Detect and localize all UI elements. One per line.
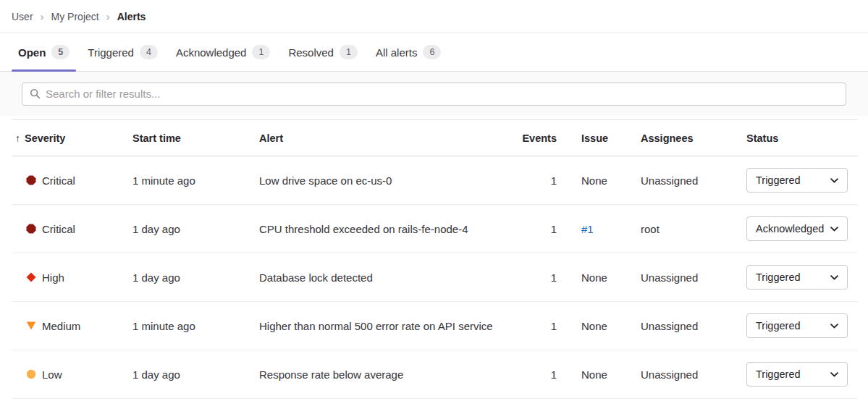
alert-status-tabs: Open 5 Triggered 4 Acknowledged 1 Resolv… — [0, 33, 868, 72]
severity-low-icon — [26, 369, 36, 379]
column-header-issue: Issue — [557, 132, 641, 144]
sort-ascending-icon: ↑ — [15, 132, 20, 144]
alert-row-3[interactable]: High 1 day ago Database lock detected 1 … — [12, 253, 858, 302]
events-cell: 1 — [509, 174, 557, 187]
column-header-status: Status — [746, 132, 858, 144]
chevron-down-icon — [830, 227, 838, 232]
severity-label: Critical — [42, 223, 75, 235]
tab-open[interactable]: Open 5 — [12, 33, 76, 71]
events-cell: 1 — [509, 320, 557, 332]
status-dropdown[interactable]: Triggered — [746, 168, 848, 193]
status-dropdown-label: Triggered — [756, 174, 801, 186]
severity-critical-icon — [26, 175, 36, 185]
alert-title-cell: Response rate below average — [259, 368, 509, 381]
tab-triggered-label: Triggered — [88, 46, 134, 59]
search-bar-section — [0, 72, 868, 116]
search-icon — [30, 88, 41, 99]
assignees-cell: Unassigned — [641, 320, 746, 332]
start-time-cell: 1 day ago — [132, 271, 259, 284]
status-dropdown-label: Triggered — [756, 368, 801, 380]
alert-title-cell: Database lock detected — [259, 271, 509, 284]
column-header-alert: Alert — [259, 132, 509, 144]
assignees-cell: root — [641, 223, 746, 235]
alerts-table: ↑ Severity Start time Alert Events Issue… — [12, 119, 858, 399]
breadcrumb-user[interactable]: User — [12, 11, 33, 22]
start-time-cell: 1 minute ago — [132, 174, 259, 187]
tab-resolved-label: Resolved — [288, 46, 334, 59]
column-header-events[interactable]: Events — [509, 132, 557, 144]
issue-cell: None — [557, 320, 641, 332]
tab-resolved[interactable]: Resolved 1 — [282, 33, 364, 71]
events-cell: 1 — [509, 368, 557, 381]
severity-label: Critical — [42, 174, 75, 187]
breadcrumb-separator-icon: › — [41, 11, 44, 22]
search-input-wrapper[interactable] — [22, 83, 846, 106]
issue-cell: None — [557, 368, 641, 381]
start-time-cell: 1 day ago — [132, 223, 259, 235]
alert-row-2[interactable]: Critical 1 day ago CPU threshold exceede… — [12, 205, 858, 253]
breadcrumb-project[interactable]: My Project — [51, 11, 99, 22]
status-dropdown-label: Triggered — [756, 320, 801, 332]
start-time-cell: 1 day ago — [132, 368, 259, 381]
severity-critical-icon — [26, 224, 36, 234]
tab-triggered[interactable]: Triggered 4 — [81, 33, 164, 71]
severity-label: High — [42, 271, 64, 284]
assignees-cell: Unassigned — [641, 174, 746, 187]
tab-all-alerts-label: All alerts — [376, 46, 418, 59]
status-dropdown-label: Acknowledged — [756, 223, 824, 235]
alert-title-cell: Higher than normal 500 error rate on API… — [259, 320, 509, 332]
column-header-severity-label: Severity — [25, 132, 65, 144]
severity-label: Low — [42, 368, 62, 381]
tab-acknowledged-count-badge: 1 — [252, 45, 270, 59]
severity-medium-icon — [26, 321, 36, 331]
column-header-start-time[interactable]: Start time — [132, 132, 259, 144]
alerts-table-header: ↑ Severity Start time Alert Events Issue… — [12, 120, 858, 156]
assignees-cell: Unassigned — [641, 368, 746, 381]
chevron-down-icon — [830, 275, 838, 280]
events-cell: 1 — [509, 271, 557, 284]
status-dropdown[interactable]: Triggered — [746, 362, 848, 387]
tab-all-alerts-count-badge: 6 — [423, 45, 441, 59]
events-cell: 1 — [509, 223, 557, 235]
issue-cell: None — [557, 174, 641, 187]
chevron-down-icon — [830, 178, 838, 183]
column-header-severity[interactable]: ↑ Severity — [12, 132, 132, 144]
issue-cell: None — [557, 271, 641, 284]
alert-row-4[interactable]: Medium 1 minute ago Higher than normal 5… — [12, 302, 858, 350]
tab-acknowledged-label: Acknowledged — [176, 46, 247, 59]
alert-title-cell: CPU threshold exceeded on rails-fe-node-… — [259, 223, 509, 235]
column-header-assignees: Assignees — [641, 132, 746, 144]
status-dropdown-label: Triggered — [756, 271, 801, 283]
status-dropdown[interactable]: Triggered — [746, 313, 848, 338]
search-input[interactable] — [46, 88, 838, 100]
issue-link[interactable]: #1 — [581, 223, 594, 235]
tab-open-count-badge: 5 — [51, 45, 69, 59]
tab-resolved-count-badge: 1 — [340, 45, 358, 59]
tab-acknowledged[interactable]: Acknowledged 1 — [169, 33, 277, 71]
chevron-down-icon — [830, 324, 838, 329]
start-time-cell: 1 minute ago — [132, 320, 259, 332]
breadcrumb-separator-icon: › — [106, 11, 110, 22]
status-dropdown[interactable]: Acknowledged — [746, 216, 848, 241]
tab-open-label: Open — [18, 46, 46, 59]
breadcrumb-current-alerts: Alerts — [117, 11, 146, 22]
tab-triggered-count-badge: 4 — [140, 45, 158, 59]
alert-row-5[interactable]: Low 1 day ago Response rate below averag… — [12, 350, 858, 399]
breadcrumb: User › My Project › Alerts — [0, 0, 868, 33]
assignees-cell: Unassigned — [641, 271, 746, 284]
severity-label: Medium — [42, 320, 80, 332]
alert-title-cell: Low drive space on ec-us-0 — [259, 174, 509, 187]
chevron-down-icon — [830, 372, 838, 377]
status-dropdown[interactable]: Triggered — [746, 265, 848, 290]
severity-high-icon — [26, 272, 36, 282]
alert-row-1[interactable]: Critical 1 minute ago Low drive space on… — [12, 156, 858, 205]
tab-all-alerts[interactable]: All alerts 6 — [369, 33, 447, 71]
